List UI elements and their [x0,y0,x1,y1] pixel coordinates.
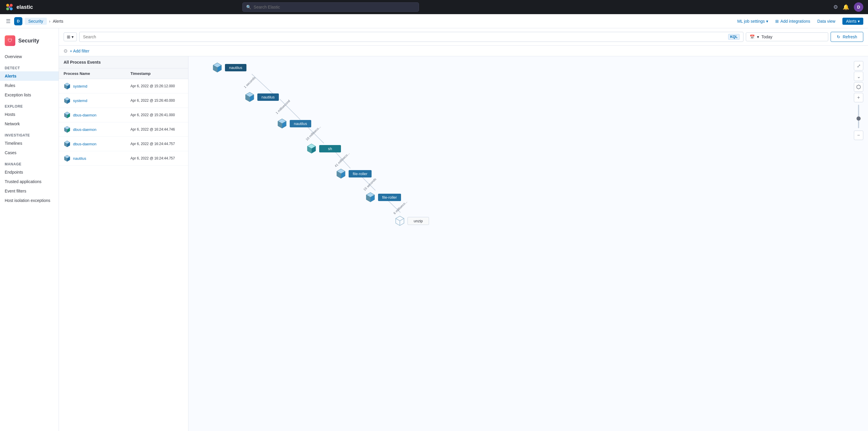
node-nautilus-1[interactable]: nautilus [212,62,246,73]
refresh-icon: ↻ [837,34,840,39]
table-row[interactable]: dbus-daemon Apr 6, 2022 @ 15:26:41.000 [59,108,188,122]
node-unzip[interactable]: unzip [395,216,429,226]
collapse-button[interactable]: ⌄ [854,71,863,81]
data-view-button[interactable]: Data view [817,19,835,24]
process-cube-icon [64,126,71,133]
kql-badge[interactable]: KQL [728,34,740,40]
sidebar-item-host-isolation[interactable]: Host isolation exceptions [0,196,59,205]
sidebar-item-endpoints[interactable]: Endpoints [0,168,59,177]
sidebar-item-overview[interactable]: Overview [0,52,59,61]
svg-point-4 [6,7,9,10]
search-input[interactable] [83,34,726,39]
svg-line-31 [280,99,300,120]
date-picker[interactable]: 📅 ▾ Today [746,32,828,41]
breadcrumb-bar: ☰ D Security › Alerts ML job settings ▾ … [0,14,868,28]
process-graph-svg [188,56,868,431]
svg-point-3 [10,7,13,10]
refresh-label: Refresh [843,34,857,39]
zoom-slider[interactable] [854,105,863,128]
cube-icon-7 [395,216,405,226]
calendar-chevron: ▾ [757,34,759,39]
alerts-badge-button[interactable]: Alerts ▾ [842,18,863,25]
process-cube-icon [64,155,71,162]
sidebar-item-cases[interactable]: Cases [0,148,59,157]
svg-marker-62 [396,219,400,226]
content-area: ⊞ ▾ KQL 📅 ▾ Today ↻ Refresh ⊙ + Add filt… [59,28,868,431]
add-filter-button[interactable]: + Add filter [70,49,90,53]
table-icon: ⊞ [67,34,70,39]
expand-button[interactable]: ⤢ [854,61,863,70]
sidebar-item-network[interactable]: Network [0,119,59,128]
refresh-button[interactable]: ↻ Refresh [831,32,863,42]
menu-toggle[interactable]: ☰ [5,17,12,26]
sidebar-logo-icon: 🛡 [5,35,15,46]
global-search-input[interactable] [253,5,415,9]
sidebar-section-detect: Detect [0,61,59,71]
process-cube-icon [64,140,71,147]
timestamp-value: Apr 6, 2022 @ 16:24:44.757 [130,142,183,146]
svg-point-1 [6,4,9,7]
breadcrumb-security[interactable]: Security [25,18,47,25]
sidebar-item-alerts[interactable]: Alerts [0,71,59,81]
table-row[interactable]: dbus-daemon Apr 6, 2022 @ 16:24:44.757 [59,137,188,151]
panel-header: All Process Events [59,56,188,68]
col-timestamp: Timestamp [130,71,183,76]
node-file-roller-2[interactable]: file-roller [365,192,401,203]
settings-icon[interactable]: ⚙ [833,4,838,10]
sidebar-item-trusted-apps[interactable]: Trusted applications [0,177,59,186]
edge-label-1: 1 seconds [243,76,256,89]
sidebar-item-rules[interactable]: Rules [0,81,59,90]
table-row[interactable]: systemd Apr 6, 2022 @ 15:26:12.000 [59,79,188,93]
process-panel: All Process Events Process Name Timestam… [59,56,188,431]
zoom-out-button[interactable]: − [854,131,863,140]
search-toolbar: ⊞ ▾ KQL 📅 ▾ Today ↻ Refresh [59,28,868,46]
table-row[interactable]: systemd Apr 6, 2022 @ 15:26:40.000 [59,93,188,108]
cube-icon-3 [277,118,287,129]
search-type-button[interactable]: ⊞ ▾ [64,32,77,41]
timestamp-value: Apr 6, 2022 @ 15:26:41.000 [130,113,183,117]
svg-point-2 [10,4,13,7]
ml-job-settings-button[interactable]: ML job settings ▾ [737,19,768,24]
table-header: Process Name Timestamp [59,68,188,79]
user-avatar[interactable]: D [854,2,863,12]
sidebar-title: Security [18,38,39,44]
ml-settings-label: ML job settings [737,19,765,24]
sidebar-item-event-filters[interactable]: Event filters [0,186,59,196]
integrations-icon: ⊞ [775,19,779,24]
process-name: dbus-daemon [73,127,130,132]
hexagon-mode-button[interactable] [854,82,863,92]
add-integrations-button[interactable]: ⊞ Add integrations [775,19,810,24]
nav-icons: ⚙ 🔔 D [833,2,863,12]
svg-point-5 [8,6,10,8]
graph-controls: ⤢ ⌄ + − [854,61,863,140]
breadcrumb-arrow: › [49,19,51,24]
calendar-icon: 📅 [750,34,755,39]
process-cube-icon [64,83,71,90]
cube-icon-2 [244,92,255,102]
node-sh[interactable]: sh [306,143,341,154]
sidebar-item-exception-lists[interactable]: Exception lists [0,90,59,99]
sidebar-item-timelines[interactable]: Timelines [0,139,59,148]
sidebar-item-hosts[interactable]: Hosts [0,110,59,119]
process-name: dbus-daemon [73,113,130,117]
sidebar-section-investigate: Investigate [0,128,59,139]
elastic-logo[interactable]: elastic [5,2,33,12]
global-search-bar[interactable]: 🔍 [242,2,419,12]
notifications-icon[interactable]: 🔔 [843,4,849,10]
process-cube-icon [64,97,71,104]
node-nautilus-2[interactable]: nautilus [244,92,279,102]
top-navigation: elastic 🔍 ⚙ 🔔 D [0,0,868,14]
table-row[interactable]: dbus-daemon Apr 6, 2022 @ 16:24:44.746 [59,122,188,137]
svg-marker-61 [396,216,404,221]
timestamp-value: Apr 6, 2022 @ 15:26:40.000 [130,98,183,103]
table-row[interactable]: nautilus Apr 6, 2022 @ 16:24:44.757 [59,151,188,166]
search-icon: 🔍 [246,5,251,9]
alerts-chevron-icon: ▾ [858,19,860,24]
main-layout: 🛡 Security Overview Detect Alerts Rules … [0,28,868,431]
process-name: systemd [73,84,130,88]
node-file-roller-1[interactable]: file-roller [336,168,372,179]
zoom-in-button[interactable]: + [854,93,863,102]
node-nautilus-3[interactable]: nautilus [277,118,311,129]
hexagon-icon [856,85,861,89]
cube-icon-6 [365,192,376,203]
